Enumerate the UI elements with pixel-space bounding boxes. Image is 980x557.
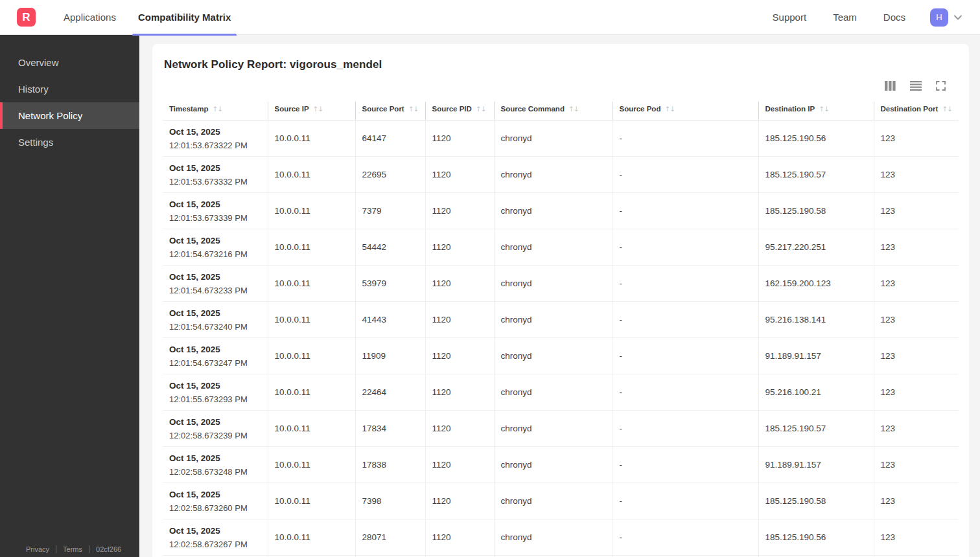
table-header: Timestamp↑↓ Source IP↑↓ Source Port↑↓ So… bbox=[163, 102, 959, 120]
cell-source-command: chronyd bbox=[494, 302, 612, 338]
sort-icon[interactable]: ↑↓ bbox=[408, 105, 419, 113]
footer-link-terms[interactable]: Terms bbox=[63, 545, 82, 553]
cell-destination-ip: 95.217.220.251 bbox=[758, 229, 874, 266]
column-header-label: Source Pod bbox=[620, 105, 661, 113]
rows-view-button[interactable] bbox=[910, 81, 922, 93]
fullscreen-button[interactable] bbox=[936, 81, 946, 93]
column-header-source-pid[interactable]: Source PID↑↓ bbox=[425, 102, 494, 120]
cell-source-pid: 1120 bbox=[425, 120, 494, 157]
sidebar-item-settings[interactable]: Settings bbox=[0, 129, 139, 155]
cell-destination-ip: 95.216.138.141 bbox=[758, 302, 874, 338]
column-header-label: Source IP bbox=[275, 105, 309, 113]
timestamp-date: Oct 15, 2025 bbox=[169, 343, 261, 356]
timestamp-date: Oct 15, 2025 bbox=[169, 380, 261, 392]
cell-destination-port: 123 bbox=[874, 374, 959, 411]
sort-icon[interactable]: ↑↓ bbox=[568, 105, 579, 113]
cell-source-command: chronyd bbox=[494, 447, 612, 483]
column-header-source-pod[interactable]: Source Pod↑↓ bbox=[612, 102, 758, 120]
tab-applications[interactable]: Applications bbox=[58, 0, 122, 35]
sort-icon[interactable]: ↑↓ bbox=[213, 105, 223, 113]
cell-destination-ip: 91.189.91.157 bbox=[758, 447, 874, 483]
cell-source-ip: 10.0.0.11 bbox=[268, 157, 355, 193]
cell-source-pod: - bbox=[612, 157, 758, 193]
nav-link-support[interactable]: Support bbox=[773, 12, 807, 23]
table-row: Oct 15, 202512:01:53.673339 PM10.0.0.117… bbox=[163, 193, 959, 229]
nav-link-docs[interactable]: Docs bbox=[883, 12, 905, 23]
cell-source-pid: 1120 bbox=[425, 411, 494, 447]
timestamp-date: Oct 15, 2025 bbox=[169, 234, 261, 247]
cell-source-pid: 1120 bbox=[425, 157, 494, 193]
cell-source-port: 53979 bbox=[355, 266, 425, 302]
timestamp-time: 12:01:54.673247 PM bbox=[169, 358, 261, 369]
sort-icon[interactable]: ↑↓ bbox=[942, 105, 952, 113]
table-row: Oct 15, 202512:01:55.673293 PM10.0.0.112… bbox=[163, 374, 959, 411]
cell-source-port: 7398 bbox=[355, 483, 425, 519]
sort-icon[interactable]: ↑↓ bbox=[819, 105, 829, 113]
table-row: Oct 15, 202512:02:58.673248 PM10.0.0.111… bbox=[163, 447, 959, 483]
primary-tabs: Applications Compatibility Matrix bbox=[58, 0, 247, 35]
nav-link-team[interactable]: Team bbox=[833, 12, 857, 23]
column-header-timestamp[interactable]: Timestamp↑↓ bbox=[163, 102, 268, 120]
sidebar-item-network-policy[interactable]: Network Policy bbox=[0, 102, 139, 129]
cell-destination-port: 123 bbox=[874, 447, 959, 483]
sort-icon[interactable]: ↑↓ bbox=[664, 105, 675, 113]
column-header-source-ip[interactable]: Source IP↑↓ bbox=[268, 102, 355, 120]
cell-source-ip: 10.0.0.11 bbox=[268, 193, 355, 229]
column-header-source-port[interactable]: Source Port↑↓ bbox=[355, 102, 425, 120]
column-header-source-command[interactable]: Source Command↑↓ bbox=[494, 102, 612, 120]
sidebar-item-history[interactable]: History bbox=[0, 76, 139, 102]
timestamp-time: 12:01:54.673216 PM bbox=[169, 249, 261, 260]
sidebar-item-overview[interactable]: Overview bbox=[0, 49, 139, 76]
cell-destination-port: 123 bbox=[874, 193, 959, 229]
top-nav-right: Support Team Docs H bbox=[746, 8, 963, 27]
sidebar-item-label: History bbox=[18, 84, 49, 95]
cell-source-pod: - bbox=[612, 447, 758, 483]
rows-icon bbox=[910, 81, 922, 93]
tab-label: Applications bbox=[64, 12, 116, 23]
cell-source-pid: 1120 bbox=[425, 483, 494, 519]
cell-source-ip: 10.0.0.11 bbox=[268, 302, 355, 338]
timestamp-time: 12:01:55.673293 PM bbox=[169, 394, 261, 405]
column-header-label: Source Port bbox=[362, 105, 404, 113]
column-header-label: Source Command bbox=[501, 105, 565, 113]
report-card: Network Policy Report: vigorous_mendel bbox=[152, 44, 969, 557]
tab-compatibility-matrix[interactable]: Compatibility Matrix bbox=[132, 0, 237, 35]
app-logo-letter: R bbox=[22, 11, 30, 24]
timestamp-date: Oct 15, 2025 bbox=[169, 307, 261, 319]
cell-source-command: chronyd bbox=[494, 229, 612, 266]
cell-source-port: 64147 bbox=[355, 120, 425, 157]
table-toolbar bbox=[163, 82, 946, 92]
cell-timestamp: Oct 15, 202512:02:58.673239 PM bbox=[163, 411, 268, 447]
cell-destination-ip: 91.189.91.157 bbox=[758, 338, 874, 374]
cell-source-ip: 10.0.0.11 bbox=[268, 483, 355, 519]
cell-source-port: 11909 bbox=[355, 338, 425, 374]
footer-link-privacy[interactable]: Privacy bbox=[26, 545, 49, 553]
column-header-label: Source PID bbox=[432, 105, 472, 113]
columns-view-button[interactable] bbox=[885, 81, 896, 93]
timestamp-time: 12:01:54.673240 PM bbox=[169, 321, 261, 332]
cell-destination-ip: 185.125.190.56 bbox=[758, 519, 874, 556]
cell-timestamp: Oct 15, 202512:02:58.673248 PM bbox=[163, 447, 268, 483]
column-header-destination-ip[interactable]: Destination IP↑↓ bbox=[758, 102, 874, 120]
tab-label: Compatibility Matrix bbox=[138, 12, 231, 23]
sort-icon[interactable]: ↑↓ bbox=[313, 105, 323, 113]
table-row: Oct 15, 202512:02:58.673267 PM10.0.0.112… bbox=[163, 519, 959, 556]
top-navigation-bar: R Applications Compatibility Matrix Supp… bbox=[0, 0, 980, 35]
sort-icon[interactable]: ↑↓ bbox=[476, 105, 486, 113]
timestamp-time: 12:02:58.673248 PM bbox=[169, 466, 261, 477]
cell-source-command: chronyd bbox=[494, 411, 612, 447]
cell-timestamp: Oct 15, 202512:01:53.673339 PM bbox=[163, 193, 268, 229]
cell-timestamp: Oct 15, 202512:01:53.673322 PM bbox=[163, 120, 268, 157]
app-logo[interactable]: R bbox=[17, 8, 36, 27]
column-header-destination-port[interactable]: Destination Port↑↓ bbox=[874, 102, 959, 120]
cell-source-ip: 10.0.0.11 bbox=[268, 374, 355, 411]
chevron-down-icon[interactable] bbox=[953, 12, 963, 23]
cell-source-pod: - bbox=[612, 411, 758, 447]
cell-source-port: 17838 bbox=[355, 447, 425, 483]
table-row: Oct 15, 202512:01:54.673216 PM10.0.0.115… bbox=[163, 229, 959, 266]
cell-source-command: chronyd bbox=[494, 266, 612, 302]
cell-source-command: chronyd bbox=[494, 519, 612, 556]
cell-destination-ip: 95.216.100.21 bbox=[758, 374, 874, 411]
sidebar-footer: Privacy Terms 02cf266 bbox=[26, 545, 121, 553]
avatar[interactable]: H bbox=[930, 8, 948, 27]
